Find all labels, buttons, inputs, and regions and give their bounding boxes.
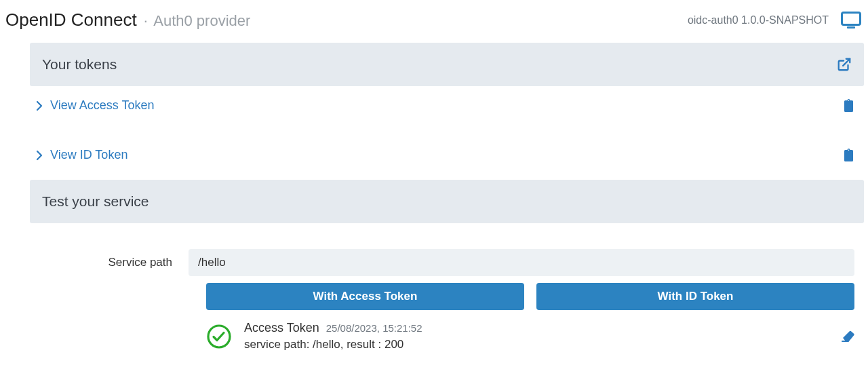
result-detail: service path: /hello, result : 200: [244, 338, 422, 351]
chevron-right-icon: [34, 100, 45, 111]
page-title: OpenID Connect: [5, 9, 137, 31]
service-path-label: Service path: [30, 256, 189, 269]
monitor-icon[interactable]: [841, 12, 861, 29]
chevron-right-icon: [34, 150, 45, 161]
tokens-section-header: Your tokens: [30, 43, 864, 86]
svg-rect-0: [842, 12, 861, 24]
with-id-token-button[interactable]: With ID Token: [536, 283, 854, 310]
test-section-header: Test your service: [30, 180, 864, 223]
access-token-link-label: View Access Token: [50, 98, 154, 113]
copy-id-token-icon[interactable]: [843, 149, 854, 162]
view-id-token-toggle[interactable]: View ID Token: [34, 148, 127, 162]
copy-access-token-icon[interactable]: [843, 99, 854, 113]
page-subtitle: Auth0 provider: [153, 12, 250, 29]
id-token-link-label: View ID Token: [50, 148, 127, 162]
test-section-title: Test your service: [42, 193, 149, 210]
title-separator: ·: [144, 12, 148, 29]
with-access-token-button[interactable]: With Access Token: [206, 283, 524, 310]
tokens-section-title: Your tokens: [42, 56, 117, 73]
external-link-icon[interactable]: [837, 57, 852, 72]
view-access-token-toggle[interactable]: View Access Token: [34, 98, 154, 113]
clear-result-icon[interactable]: [841, 330, 854, 343]
success-check-icon: [206, 324, 232, 349]
result-token-type: Access Token: [244, 321, 319, 335]
service-path-input[interactable]: [189, 249, 854, 276]
svg-rect-1: [847, 26, 855, 28]
version-label: oidc-auth0 1.0.0-SNAPSHOT: [688, 14, 829, 26]
result-timestamp: 25/08/2023, 15:21:52: [326, 322, 422, 334]
